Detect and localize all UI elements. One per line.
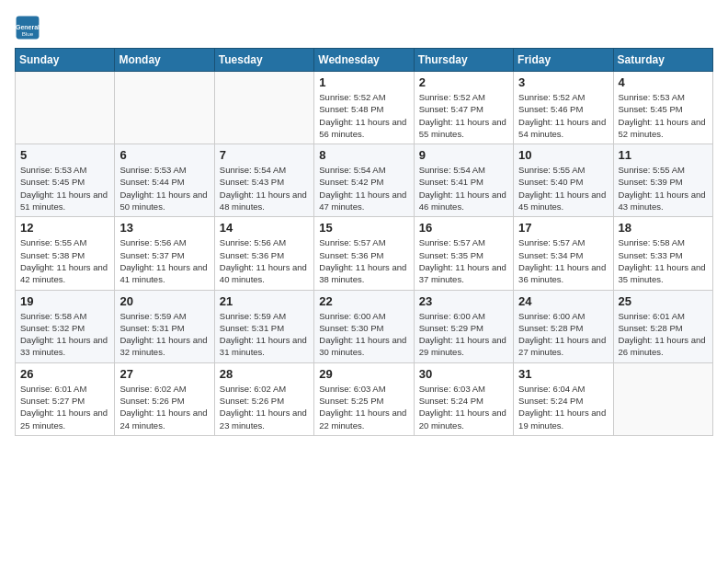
day-number: 31 [518,367,608,381]
day-detail: Sunrise: 5:55 AMSunset: 5:39 PMDaylight:… [619,164,708,213]
calendar-cell: 12Sunrise: 5:55 AMSunset: 5:38 PMDayligh… [16,217,115,290]
day-detail: Sunrise: 5:57 AMSunset: 5:34 PMDaylight:… [518,236,608,285]
day-detail: Sunrise: 5:54 AMSunset: 5:43 PMDaylight:… [220,164,309,213]
calendar-cell: 5Sunrise: 5:53 AMSunset: 5:45 PMDaylight… [16,144,115,217]
day-detail: Sunrise: 5:53 AMSunset: 5:44 PMDaylight:… [119,164,209,213]
day-detail: Sunrise: 6:04 AMSunset: 5:24 PMDaylight:… [518,383,608,431]
day-number: 6 [119,148,209,162]
day-number: 27 [119,367,209,381]
calendar-cell: 17Sunrise: 5:57 AMSunset: 5:34 PMDayligh… [514,217,613,290]
calendar-header-row: SundayMondayTuesdayWednesdayThursdayFrid… [16,49,713,72]
calendar-cell: 13Sunrise: 5:56 AMSunset: 5:37 PMDayligh… [115,217,214,290]
day-detail: Sunrise: 5:59 AMSunset: 5:31 PMDaylight:… [119,310,209,359]
day-detail: Sunrise: 5:53 AMSunset: 5:45 PMDaylight:… [619,91,708,140]
calendar-cell: 6Sunrise: 5:53 AMSunset: 5:44 PMDaylight… [115,144,214,217]
weekday-header: Sunday [16,49,115,72]
day-detail: Sunrise: 5:53 AMSunset: 5:45 PMDaylight:… [20,164,109,213]
day-number: 11 [619,148,708,162]
calendar-cell: 2Sunrise: 5:52 AMSunset: 5:47 PMDaylight… [414,72,513,144]
day-detail: Sunrise: 6:03 AMSunset: 5:24 PMDaylight:… [419,383,508,431]
calendar-cell: 7Sunrise: 5:54 AMSunset: 5:43 PMDaylight… [214,144,313,217]
calendar-cell: 23Sunrise: 6:00 AMSunset: 5:29 PMDayligh… [414,290,513,362]
day-detail: Sunrise: 5:54 AMSunset: 5:42 PMDaylight:… [319,164,408,213]
calendar-cell: 8Sunrise: 5:54 AMSunset: 5:42 PMDaylight… [314,144,414,217]
day-detail: Sunrise: 6:03 AMSunset: 5:25 PMDaylight:… [319,383,408,431]
day-detail: Sunrise: 6:02 AMSunset: 5:26 PMDaylight:… [119,383,209,431]
day-detail: Sunrise: 5:56 AMSunset: 5:37 PMDaylight:… [119,236,209,285]
day-detail: Sunrise: 5:57 AMSunset: 5:36 PMDaylight:… [319,236,408,285]
day-detail: Sunrise: 5:52 AMSunset: 5:48 PMDaylight:… [319,91,408,140]
day-detail: Sunrise: 5:59 AMSunset: 5:31 PMDaylight:… [220,310,309,359]
day-detail: Sunrise: 5:58 AMSunset: 5:33 PMDaylight:… [619,236,708,285]
day-number: 26 [20,367,109,381]
calendar-cell: 27Sunrise: 6:02 AMSunset: 5:26 PMDayligh… [115,362,214,435]
day-number: 7 [220,148,309,162]
day-number: 30 [419,367,508,381]
day-number: 20 [119,294,209,308]
calendar-cell [613,362,712,435]
day-number: 8 [319,148,408,162]
day-number: 3 [518,75,608,89]
calendar-week-row: 26Sunrise: 6:01 AMSunset: 5:27 PMDayligh… [16,362,713,435]
day-detail: Sunrise: 6:02 AMSunset: 5:26 PMDaylight:… [220,383,309,431]
calendar-cell: 24Sunrise: 6:00 AMSunset: 5:28 PMDayligh… [514,290,613,362]
weekday-header: Saturday [613,49,712,72]
calendar-cell: 11Sunrise: 5:55 AMSunset: 5:39 PMDayligh… [613,144,712,217]
weekday-header: Monday [115,49,214,72]
calendar-cell: 30Sunrise: 6:03 AMSunset: 5:24 PMDayligh… [414,362,513,435]
day-number: 2 [419,75,508,89]
day-number: 1 [319,75,408,89]
day-detail: Sunrise: 5:57 AMSunset: 5:35 PMDaylight:… [419,236,508,285]
day-number: 17 [518,221,608,235]
svg-text:General: General [16,24,40,30]
calendar-cell [214,72,313,144]
weekday-header: Friday [514,49,613,72]
calendar-cell: 20Sunrise: 5:59 AMSunset: 5:31 PMDayligh… [115,290,214,362]
day-detail: Sunrise: 6:01 AMSunset: 5:28 PMDaylight:… [619,310,708,359]
calendar-cell: 18Sunrise: 5:58 AMSunset: 5:33 PMDayligh… [613,217,712,290]
day-detail: Sunrise: 6:00 AMSunset: 5:29 PMDaylight:… [419,310,508,359]
calendar-week-row: 5Sunrise: 5:53 AMSunset: 5:45 PMDaylight… [16,144,713,217]
day-number: 13 [119,221,209,235]
calendar-cell [115,72,214,144]
calendar-cell: 19Sunrise: 5:58 AMSunset: 5:32 PMDayligh… [16,290,115,362]
calendar-cell: 1Sunrise: 5:52 AMSunset: 5:48 PMDaylight… [314,72,414,144]
calendar-cell: 22Sunrise: 6:00 AMSunset: 5:30 PMDayligh… [314,290,414,362]
calendar-cell: 3Sunrise: 5:52 AMSunset: 5:46 PMDaylight… [514,72,613,144]
calendar-cell: 14Sunrise: 5:56 AMSunset: 5:36 PMDayligh… [214,217,313,290]
logo: General Blue [15,15,44,40]
day-number: 16 [419,221,508,235]
calendar-cell: 21Sunrise: 5:59 AMSunset: 5:31 PMDayligh… [214,290,313,362]
calendar-cell: 28Sunrise: 6:02 AMSunset: 5:26 PMDayligh… [214,362,313,435]
weekday-header: Thursday [414,49,513,72]
day-number: 5 [20,148,109,162]
day-number: 21 [220,294,309,308]
day-number: 28 [220,367,309,381]
day-number: 10 [518,148,608,162]
day-detail: Sunrise: 5:52 AMSunset: 5:46 PMDaylight:… [518,91,608,140]
calendar-cell: 9Sunrise: 5:54 AMSunset: 5:41 PMDaylight… [414,144,513,217]
day-detail: Sunrise: 6:00 AMSunset: 5:30 PMDaylight:… [319,310,408,359]
page-header: General Blue [15,15,713,40]
calendar-week-row: 19Sunrise: 5:58 AMSunset: 5:32 PMDayligh… [16,290,713,362]
calendar-table: SundayMondayTuesdayWednesdayThursdayFrid… [15,48,713,436]
day-detail: Sunrise: 5:58 AMSunset: 5:32 PMDaylight:… [20,310,109,359]
calendar-week-row: 1Sunrise: 5:52 AMSunset: 5:48 PMDaylight… [16,72,713,144]
calendar-cell: 10Sunrise: 5:55 AMSunset: 5:40 PMDayligh… [514,144,613,217]
day-number: 14 [220,221,309,235]
weekday-header: Tuesday [214,49,313,72]
day-number: 19 [20,294,109,308]
day-number: 22 [319,294,408,308]
day-number: 25 [619,294,708,308]
day-number: 15 [319,221,408,235]
calendar-cell: 26Sunrise: 6:01 AMSunset: 5:27 PMDayligh… [16,362,115,435]
calendar-cell [16,72,115,144]
day-number: 18 [619,221,708,235]
day-detail: Sunrise: 6:00 AMSunset: 5:28 PMDaylight:… [518,310,608,359]
calendar-cell: 25Sunrise: 6:01 AMSunset: 5:28 PMDayligh… [613,290,712,362]
day-detail: Sunrise: 6:01 AMSunset: 5:27 PMDaylight:… [20,383,109,431]
day-number: 9 [419,148,508,162]
day-number: 29 [319,367,408,381]
day-number: 23 [419,294,508,308]
day-detail: Sunrise: 5:55 AMSunset: 5:40 PMDaylight:… [518,164,608,213]
